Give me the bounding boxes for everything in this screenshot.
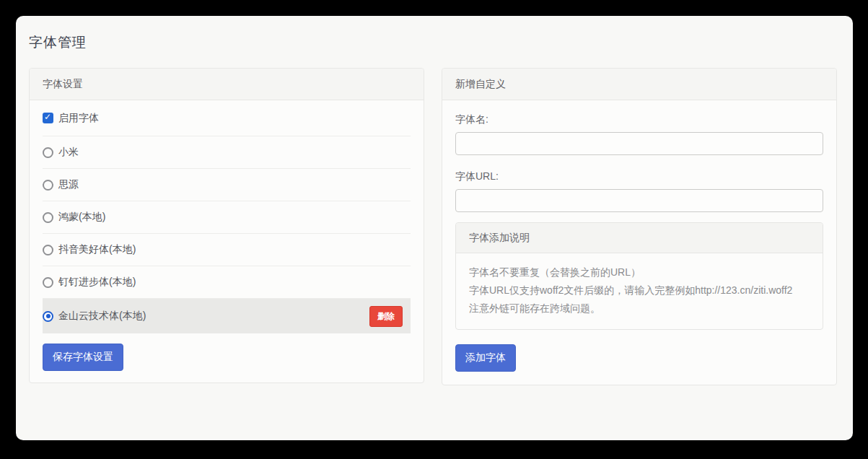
checkbox-checked-icon[interactable] (43, 113, 53, 123)
font-option-dingding[interactable]: 钉钉进步体(本地) (43, 266, 411, 299)
font-add-note-body: 字体名不要重复（会替换之前的URL） 字体URL仅支持woff2文件后缀的，请输… (456, 253, 823, 329)
add-custom-header: 新增自定义 (442, 69, 836, 100)
font-option-jinshanyun-selected[interactable]: 金山云技术体(本地) 删除 (43, 299, 411, 333)
font-option-label: 小米 (58, 146, 79, 159)
font-option-label: 钉钉进步体(本地) (58, 276, 136, 289)
page-title: 字体管理 (29, 33, 837, 52)
radio-icon[interactable] (43, 212, 53, 223)
radio-icon[interactable] (43, 277, 53, 288)
radio-icon[interactable] (43, 147, 53, 158)
font-settings-header: 字体设置 (30, 69, 424, 100)
note-line: 字体名不要重复（会替换之前的URL） (469, 263, 810, 281)
font-settings-body: 启用字体 小米 思源 鸿蒙(本地) 抖音美好体(本地) (30, 100, 424, 382)
font-settings-panel: 字体设置 启用字体 小米 思源 鸿蒙(本地) (29, 68, 424, 383)
font-add-note-header: 字体添加说明 (456, 223, 823, 253)
font-management-card: 字体管理 字体设置 启用字体 小米 思源 (16, 16, 853, 440)
add-font-button-wrap: 添加字体 (455, 344, 823, 372)
add-custom-body: 字体名: 字体URL: 字体添加说明 字体名不要重复（会替换之前的URL） 字体… (442, 100, 836, 385)
font-name-input[interactable] (455, 132, 823, 155)
font-option-hongmeng[interactable]: 鸿蒙(本地) (43, 201, 411, 234)
note-line: 字体URL仅支持woff2文件后缀的，请输入完整例如http://123.cn/… (469, 281, 810, 300)
enable-font-row[interactable]: 启用字体 (43, 100, 411, 136)
font-option-xiaomi[interactable]: 小米 (43, 136, 411, 169)
note-line: 注意外链可能存在跨域问题。 (469, 300, 810, 318)
font-option-douyin[interactable]: 抖音美好体(本地) (43, 234, 411, 266)
font-option-siyuan[interactable]: 思源 (43, 169, 411, 201)
add-font-button[interactable]: 添加字体 (455, 344, 516, 372)
radio-icon[interactable] (43, 245, 53, 255)
save-font-settings-button[interactable]: 保存字体设置 (43, 344, 123, 371)
font-option-label: 鸿蒙(本地) (58, 211, 105, 224)
font-url-label: 字体URL: (455, 170, 823, 183)
radio-selected-icon[interactable] (43, 311, 53, 322)
font-name-label: 字体名: (455, 113, 823, 126)
panels-row: 字体设置 启用字体 小米 思源 鸿蒙(本地) (29, 68, 837, 385)
enable-font-label: 启用字体 (58, 112, 99, 125)
font-option-label: 金山云技术体(本地) (58, 310, 146, 323)
radio-icon[interactable] (43, 180, 53, 191)
font-add-note-box: 字体添加说明 字体名不要重复（会替换之前的URL） 字体URL仅支持woff2文… (455, 222, 823, 330)
delete-font-button[interactable]: 删除 (369, 306, 403, 327)
font-url-input[interactable] (455, 189, 823, 212)
font-option-label: 抖音美好体(本地) (58, 243, 136, 256)
font-option-label: 思源 (58, 178, 79, 191)
add-custom-panel: 新增自定义 字体名: 字体URL: 字体添加说明 字体名不要重复（会替换之前的U… (442, 68, 837, 385)
